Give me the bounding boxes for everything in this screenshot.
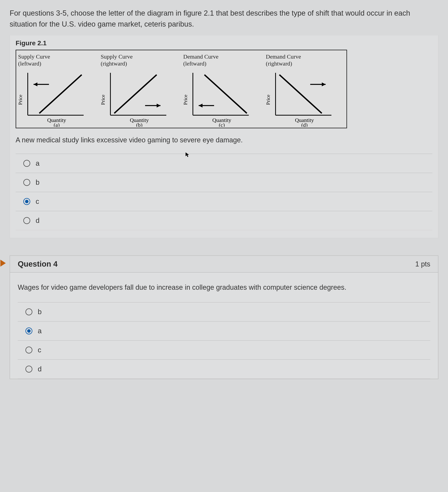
chart-title-a-l1: Supply Curve [18,53,50,60]
question-4-title: Question 4 [18,260,58,268]
radio-icon [25,308,32,315]
chart-panel-d: Demand Curve (rightward) Price Quantity … [264,50,347,128]
figure-2-1: Supply Curve (leftward) Price Quantity (… [16,50,347,128]
letter-c: (c) [219,122,225,127]
chart-svg-d: Price Quantity (d) [266,69,339,127]
letter-a: (a) [53,122,60,127]
q4-option-c[interactable]: c [18,340,430,359]
q4-prompt: Wages for video game developers fall due… [18,282,430,293]
option-label: a [36,159,40,167]
chart-title-d-l2: (rightward) [266,60,292,67]
chart-panel-c: Demand Curve (leftward) Price Quantity (… [181,50,264,128]
radio-icon [23,179,30,186]
svg-line-7 [114,75,157,113]
chart-title-a-l2: (leftward) [18,60,41,67]
letter-b: (b) [136,122,142,127]
q3-option-a[interactable]: a [16,154,432,173]
question-3-card: Figure 2.1 Supply Curve (leftward) Price… [10,35,438,238]
radio-icon-selected [23,198,30,205]
svg-line-12 [204,75,247,113]
instructions-text: For questions 3-5, choose the letter of … [10,8,438,30]
q3-option-c[interactable]: c [16,192,432,211]
svg-marker-14 [199,104,202,107]
chart-title-b-l2: (rightward) [101,60,127,67]
chart-svg-c: Price Quantity (c) [183,69,256,127]
q4-option-a[interactable]: a [18,321,430,340]
radio-icon [25,347,32,353]
question-4-points: 1 pts [415,260,430,268]
option-label: b [38,308,42,316]
question-4-header: Question 4 1 pts [10,256,438,273]
chart-svg-b: Price Quantity (b) [101,69,174,127]
question-marker-icon [0,260,6,266]
ylabel-b: Price [101,95,106,105]
letter-d: (d) [301,122,308,127]
option-label: c [38,346,41,354]
chart-title-c-l2: (leftward) [183,60,206,67]
q4-option-b[interactable]: b [18,302,430,321]
figure-label: Figure 2.1 [16,39,432,47]
q3-option-b[interactable]: b [16,173,432,192]
q4-option-d[interactable]: d [18,359,430,379]
q3-option-d[interactable]: d [16,211,432,230]
ylabel-c: Price [183,95,188,105]
chart-title-c-l1: Demand Curve [183,53,218,60]
svg-line-17 [279,75,322,113]
svg-line-2 [39,75,82,113]
radio-icon [23,160,30,167]
chart-title-d-l1: Demand Curve [266,53,301,60]
ylabel-d: Price [266,95,271,105]
q3-prompt: A new medical study links excessive vide… [16,136,432,144]
option-label: b [36,178,40,186]
svg-marker-9 [157,104,160,107]
question-4-card: Question 4 1 pts Wages for video game de… [10,256,438,379]
mouse-cursor-icon [185,152,190,159]
chart-panel-a: Supply Curve (leftward) Price Quantity (… [16,50,99,128]
option-label: a [38,327,42,335]
chart-title-b-l1: Supply Curve [101,53,133,60]
radio-icon [23,217,30,224]
radio-icon-selected [25,328,32,334]
svg-marker-19 [322,82,326,86]
option-label: c [36,197,39,205]
svg-marker-4 [33,82,37,86]
option-label: d [36,216,40,225]
radio-icon [25,366,32,373]
chart-panel-b: Supply Curve (rightward) Price Quantity … [99,50,181,128]
ylabel-a: Price [18,95,23,105]
option-label: d [38,365,42,373]
chart-svg-a: Price Quantity (a) [18,69,91,127]
